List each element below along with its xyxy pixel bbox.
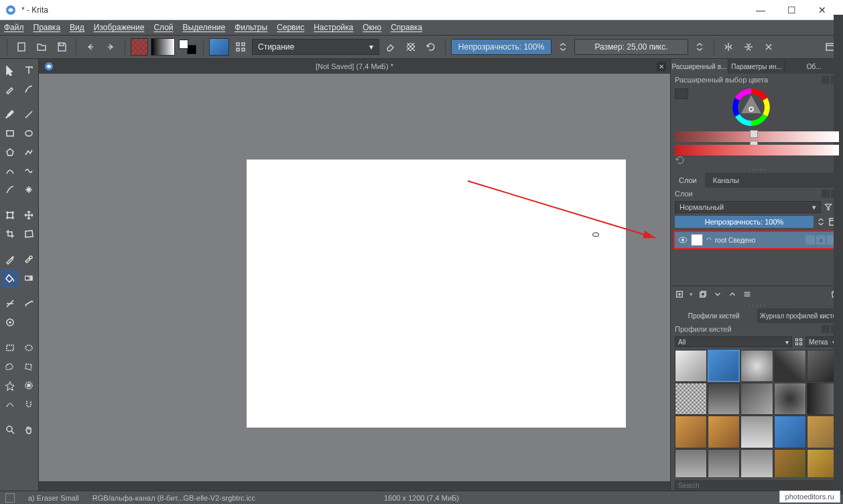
alpha-lock-button[interactable] [402, 38, 419, 56]
magnet-select-tool[interactable] [20, 395, 38, 413]
menu-settings[interactable]: Настройка [314, 23, 353, 32]
brush-preset[interactable] [740, 416, 773, 448]
tab-brush-history[interactable]: Журнал профилей кистей [757, 308, 844, 323]
dynamic-brush-tool[interactable] [1, 181, 19, 198]
size-stepper[interactable] [691, 38, 708, 56]
status-selection-icon[interactable] [5, 493, 15, 503]
smart-patch-tool[interactable] [20, 251, 38, 268]
freehand-select-tool[interactable] [1, 358, 19, 375]
brush-preset[interactable] [774, 383, 806, 415]
transform-tool[interactable] [1, 206, 19, 224]
brush-preset-thumb[interactable] [209, 38, 229, 56]
layer-name[interactable]: root Сведено [715, 237, 803, 244]
brush-preset[interactable] [774, 350, 806, 382]
menu-window[interactable]: Окно [363, 23, 381, 32]
menu-layer[interactable]: Слой [153, 23, 173, 32]
measure-tool[interactable] [20, 295, 38, 312]
layer-opacity-slider[interactable]: Непрозрачность: 100% [675, 216, 814, 228]
visibility-icon[interactable] [677, 235, 688, 245]
poly-select-tool[interactable] [20, 358, 38, 375]
blend-mode-dropdown[interactable]: Стирание▾ [252, 39, 379, 55]
menu-selection[interactable]: Выделение [183, 23, 226, 32]
brush-preset[interactable] [740, 383, 773, 415]
menu-file[interactable]: Файл [4, 23, 24, 32]
undo-button[interactable] [82, 38, 99, 56]
gradient-tool[interactable] [20, 269, 38, 287]
line-tool[interactable] [20, 106, 38, 123]
open-doc-button[interactable] [33, 38, 50, 56]
ellipse-tool[interactable] [20, 125, 38, 142]
color-config-button[interactable] [675, 88, 688, 99]
reload-preset-button[interactable] [422, 38, 440, 56]
pattern-swatch[interactable] [131, 38, 148, 56]
menu-image[interactable]: Изображение [94, 23, 145, 32]
panel-grip-2[interactable]: · · · · · [671, 302, 843, 308]
float-panel-icon[interactable] [822, 76, 830, 84]
wrap-button[interactable] [760, 38, 777, 56]
brush-preset[interactable] [708, 350, 740, 382]
brush-preset[interactable] [708, 449, 740, 477]
menu-tools[interactable]: Сервис [277, 23, 304, 32]
shade-strip-2[interactable] [675, 145, 839, 155]
layer-row[interactable]: root Сведено α [673, 231, 840, 249]
duplicate-layer-button[interactable] [698, 290, 708, 299]
similar-select-tool[interactable] [20, 377, 38, 394]
save-doc-button[interactable] [53, 38, 70, 56]
reference-tool[interactable] [1, 314, 19, 331]
scrollbar-horizontal[interactable] [39, 481, 670, 491]
fill-tool[interactable] [1, 269, 19, 287]
layer-alpha-icon[interactable]: α [816, 235, 826, 245]
pointer-tool[interactable] [1, 62, 19, 79]
move-tool[interactable] [20, 206, 38, 224]
menu-help[interactable]: Справка [391, 23, 422, 32]
brush-preset[interactable] [708, 416, 740, 448]
brush-preset[interactable] [740, 449, 773, 477]
menu-filters[interactable]: Фильтры [235, 23, 267, 32]
tab-tool-options[interactable]: Параметры ин... [728, 59, 786, 74]
brush-preset[interactable] [774, 449, 806, 477]
canvas-viewport[interactable] [39, 74, 670, 481]
new-doc-button[interactable] [13, 38, 30, 56]
rect-select-tool[interactable] [1, 339, 19, 357]
bezier-tool[interactable] [1, 162, 19, 180]
menu-edit[interactable]: Правка [34, 23, 61, 32]
color-picker-tool[interactable] [1, 251, 19, 268]
polygon-tool[interactable] [1, 143, 19, 161]
brush-tag-filter[interactable]: All▾ [675, 336, 792, 347]
opacity-stepper-icon[interactable] [816, 217, 826, 227]
tab-channels[interactable]: Каналы [705, 173, 747, 188]
menu-view[interactable]: Вид [70, 23, 84, 32]
document-tab[interactable]: [Not Saved] (7,4 МиБ) * ✕ [39, 59, 670, 74]
multibrush-tool[interactable] [20, 181, 38, 198]
panel-grip[interactable]: · · · · · [671, 166, 843, 173]
tab-brush-presets[interactable]: Профили кистей [671, 308, 757, 323]
calligraphy-tool[interactable] [20, 80, 38, 98]
rect-tool[interactable] [1, 125, 19, 142]
freehand-path-tool[interactable] [20, 162, 38, 180]
ellipse-select-tool[interactable] [20, 339, 38, 357]
brush-preset[interactable] [708, 383, 740, 415]
brush-preset[interactable] [675, 350, 707, 382]
pan-tool[interactable] [20, 421, 38, 438]
brush-preset[interactable] [675, 383, 707, 415]
tab-layers[interactable]: Слои [671, 173, 705, 188]
color-selector[interactable] [671, 86, 843, 166]
move-up-button[interactable] [728, 290, 737, 299]
reset-color-icon[interactable] [675, 155, 686, 165]
add-layer-button[interactable] [675, 290, 684, 299]
layer-blend-dropdown[interactable]: Нормальный▾ [675, 201, 821, 213]
color-wheel[interactable] [731, 87, 771, 127]
redo-button[interactable] [102, 38, 119, 56]
view-mode-icon[interactable] [795, 338, 803, 346]
free-transform-tool[interactable] [20, 225, 38, 243]
brush-preset[interactable] [774, 416, 806, 448]
move-down-button[interactable] [713, 290, 722, 299]
size-slider[interactable]: Размер: 25,00 пикс. [574, 39, 688, 55]
tab-advanced-color[interactable]: Расширенный в... [671, 59, 728, 74]
float-icon[interactable] [822, 190, 830, 198]
canvas[interactable] [247, 160, 626, 428]
fg-bg-color-swatch[interactable] [178, 38, 198, 56]
zoom-tool[interactable] [1, 421, 19, 438]
contiguous-select-tool[interactable] [1, 377, 19, 394]
bezier-select-tool[interactable] [1, 395, 19, 413]
